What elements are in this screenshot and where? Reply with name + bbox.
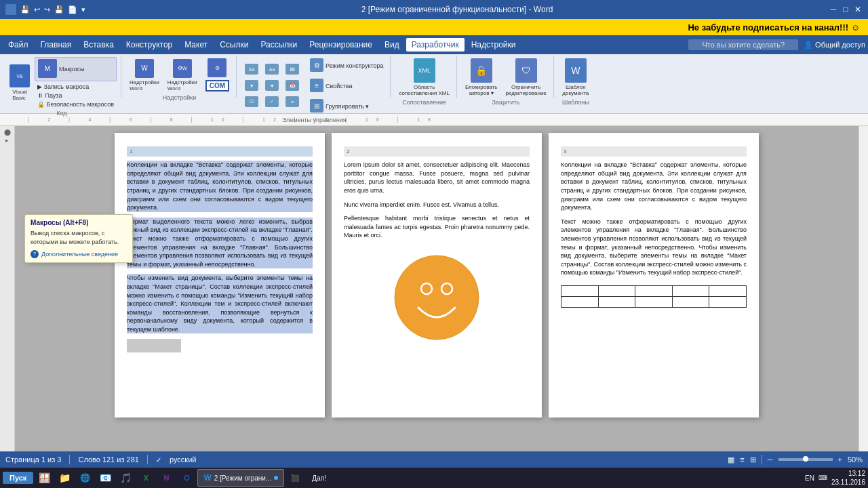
control-text-button[interactable]: Aa	[242, 62, 261, 77]
taskbar-dal-label: Дал!	[312, 474, 326, 482]
xml-mapping-button[interactable]: XML Областьсопоставления XML	[396, 57, 452, 98]
group-button[interactable]: ⊞ Группировать ▾	[307, 98, 386, 115]
minimize-button[interactable]: ─	[829, 5, 838, 14]
share-button[interactable]: 👤 Общий доступ	[804, 41, 865, 49]
block-authors-button[interactable]: 🔒 Блокироватьавторов ▾	[462, 57, 500, 98]
view-reading-icon[interactable]: ≡	[740, 455, 744, 464]
macros-button[interactable]: M Макросы	[35, 57, 117, 81]
control-text2-button[interactable]: Aa	[262, 62, 281, 77]
visual-basic-button[interactable]: VB VisualBasic	[7, 63, 33, 102]
quick-redo[interactable]: ↪	[44, 5, 50, 14]
doc-template-button[interactable]: W Шаблондокумента	[559, 57, 591, 98]
status-divider1	[69, 455, 70, 464]
taskbar-tray: EN ⌨ 13:12 23.11.2016	[805, 469, 865, 487]
block-authors-icon: 🔒	[471, 58, 492, 83]
taskbar-browser-icon[interactable]: 🌐	[75, 469, 94, 487]
menu-addins[interactable]: Надстройки	[466, 38, 521, 52]
ribbon-group-addins: W НадстройкиWord ⚙W НадстройкиWord ⚙ COM…	[123, 56, 237, 98]
zoom-slider[interactable]	[778, 458, 833, 461]
macro-security-button[interactable]: 🔒 Безопасность макросов	[35, 100, 117, 108]
table-cell	[672, 296, 709, 307]
taskbar-word-label: 2 [Режим ограни...	[214, 474, 272, 482]
properties-button[interactable]: ≡ Свойства	[307, 77, 386, 95]
taskbar-windows-icon[interactable]: 🪟	[35, 469, 54, 487]
menu-mailings[interactable]: Рассылки	[255, 38, 302, 52]
status-divider2	[147, 455, 148, 464]
quick-undo[interactable]: ↩	[34, 5, 40, 14]
taskbar-excel-icon[interactable]: X	[136, 469, 155, 487]
page1-para2: Формат выделенного текста можно легко из…	[127, 218, 313, 269]
table-cell	[709, 285, 747, 296]
page-3: 3 Коллекции на вкладке "Вставка" содержа…	[549, 133, 759, 418]
page-2: 2 Lorem ipsum dolor sit amet, consectetu…	[332, 133, 542, 418]
quick-save[interactable]: 💾	[20, 5, 30, 14]
search-box[interactable]: Что вы хотите сделать?	[688, 39, 798, 50]
quick-save2[interactable]: 💾	[54, 5, 64, 14]
pause-button[interactable]: ⏸ Пауза	[35, 92, 117, 100]
menu-insert[interactable]: Вставка	[78, 38, 119, 52]
restrict-edit-icon: 🛡	[515, 58, 537, 83]
left-panel-icon1[interactable]: ⬤	[4, 129, 11, 136]
taskbar-onenote-icon[interactable]: N	[157, 469, 176, 487]
taskbar: Пуск 🪟 📁 🌐 📧 🎵 X N O W 2 [Режим ограни..…	[0, 468, 868, 488]
control-combo-button[interactable]: ▼	[242, 79, 261, 94]
addins-com-button[interactable]: ⚙ COM	[203, 57, 232, 93]
taskbar-clock[interactable]: 13:12 23.11.2016	[831, 469, 865, 487]
ribbon-group-templates-content: W Шаблондокумента	[559, 57, 591, 98]
scroll-bar[interactable]	[859, 126, 868, 451]
ribbon-group-mapping-label: Сопоставление	[402, 98, 446, 106]
menu-view[interactable]: Вид	[379, 38, 405, 52]
quick-more[interactable]: ▾	[81, 5, 85, 14]
table-cell	[561, 296, 599, 307]
ribbon-macro-options: ▶ Запись макроса ⏸ Пауза 🔒 Безопасность …	[35, 83, 117, 108]
menu-file[interactable]: Файл	[3, 38, 34, 52]
control-drop-button[interactable]: ▼	[262, 79, 281, 94]
macros-icon: M	[38, 59, 57, 78]
menu-home[interactable]: Главная	[35, 38, 77, 52]
addins-word2-button[interactable]: ⚙W НадстройкиWord	[165, 58, 200, 93]
zoom-out-button[interactable]: ─	[768, 455, 773, 464]
control-legacy-button[interactable]: ≡	[283, 95, 302, 110]
taskbar-cmd-icon[interactable]: ⬛	[285, 469, 304, 487]
record-macro-button[interactable]: ▶ Запись макроса	[35, 83, 117, 91]
taskbar-mail-icon[interactable]: 📧	[96, 469, 115, 487]
page2-para1: Lorem ipsum dolor sit amet, consectetuer…	[344, 161, 530, 195]
start-button[interactable]: Пуск	[3, 472, 33, 484]
menu-references[interactable]: Ссылки	[214, 38, 254, 52]
ruler: │ 2 │ 4 │ 6 │ 8 │ 10 │ 12 │ 14 │ 16 │ 18	[0, 114, 868, 126]
restrict-edit-button[interactable]: 🛡 Ограничитьредактирование	[502, 57, 549, 98]
control-check2-button[interactable]: ✓	[262, 95, 281, 110]
zoom-handle[interactable]	[803, 456, 808, 462]
taskbar-word-app[interactable]: W 2 [Режим ограни...	[197, 469, 284, 487]
pages-container[interactable]: 1 Коллекции на вкладке "Вставка" содержа…	[15, 126, 859, 451]
view-normal-icon[interactable]: ▦	[728, 455, 734, 464]
page-info: Страница 1 из 3	[5, 455, 61, 464]
design-mode-button[interactable]: ⚙ Режим конструктора	[307, 57, 386, 75]
macro-tooltip: Макросы (Alt+F8) Вывод списка макросов, …	[24, 214, 133, 263]
menu-review[interactable]: Рецензирование	[304, 38, 378, 52]
ribbon-group-code-label: Код	[56, 108, 66, 117]
close-button[interactable]: ✕	[853, 5, 863, 14]
tooltip-link[interactable]: Дополнительные сведения	[31, 250, 127, 258]
left-panel-icon2[interactable]: ▸	[5, 137, 9, 144]
control-combo-icon: ▼	[245, 80, 258, 91]
maximize-button[interactable]: □	[841, 5, 850, 14]
taskbar-dal-app[interactable]: Дал!	[306, 469, 332, 487]
ribbon-group-templates-label: Шаблоны	[562, 98, 589, 106]
xml-mapping-label: Областьсопоставления XML	[399, 84, 449, 96]
menu-constructor[interactable]: Конструктор	[121, 38, 178, 52]
addins-word1-button[interactable]: W НадстройкиWord	[127, 58, 162, 93]
control-img-button[interactable]: 🖼	[283, 62, 302, 77]
zoom-in-button[interactable]: +	[838, 455, 842, 464]
menu-developer[interactable]: Разработчик	[406, 38, 465, 52]
tray-lang[interactable]: EN	[805, 474, 814, 482]
menu-layout[interactable]: Макет	[179, 38, 213, 52]
quick-new[interactable]: 📄	[68, 5, 77, 14]
taskbar-media-icon[interactable]: 🎵	[116, 469, 135, 487]
taskbar-folder-icon[interactable]: 📁	[55, 469, 74, 487]
control-date-button[interactable]: 📅	[283, 79, 302, 94]
control-check-button[interactable]: ☑	[242, 95, 261, 110]
taskbar-outlook-icon[interactable]: O	[177, 469, 196, 487]
taskbar-word-active-dot	[274, 476, 278, 480]
view-web-icon[interactable]: ⊞	[750, 455, 756, 464]
